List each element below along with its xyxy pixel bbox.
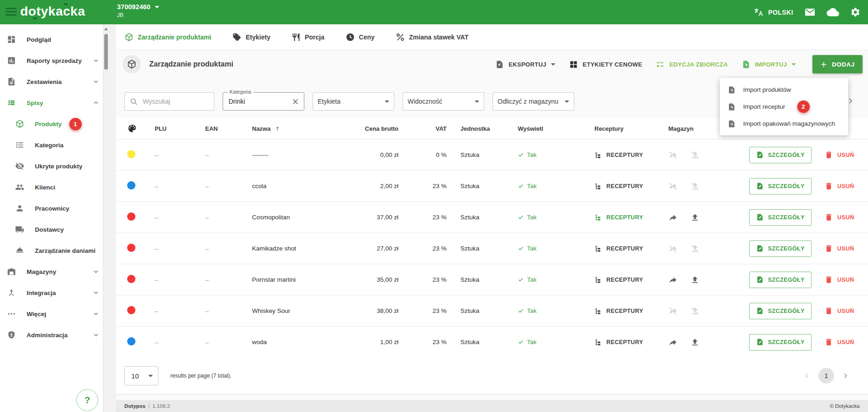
visibility-filter[interactable]: Widoczność [403, 92, 484, 111]
sidebar-item-pracownicy[interactable]: Pracownicy [0, 198, 109, 219]
tab-zmiana-stawek-vat[interactable]: Zmiana stawek VAT [396, 33, 468, 42]
sidebar-item-zarzadzanie-daniami[interactable]: Zarządzanie daniami [0, 240, 109, 261]
sidebar-item-wiecej[interactable]: Więcej [0, 303, 109, 324]
sidebar-item-kategoria[interactable]: Kategoria [0, 134, 109, 156]
delete-button[interactable]: USUŃ [824, 213, 854, 222]
tab-zarzadzanie-produktami[interactable]: Zarządzanie produktami [124, 33, 211, 42]
col-cena-brutto[interactable]: Cena brutto [364, 125, 401, 132]
details-button[interactable]: SZCZEGÓŁY [749, 209, 812, 226]
account-switcher[interactable]: 370092460 JB [117, 3, 159, 18]
gear-icon[interactable] [850, 7, 861, 17]
col-receptury[interactable]: Receptury [590, 125, 663, 132]
share-icon[interactable] [668, 338, 678, 347]
sidebar-item-klienci[interactable]: Klienci [0, 177, 109, 198]
delete-button[interactable]: USUŃ [824, 338, 854, 346]
share-icon[interactable] [668, 275, 678, 284]
scroll-up-arrow[interactable] [104, 28, 108, 30]
receptury-link[interactable]: RECEPTURY [590, 151, 663, 159]
help-button[interactable]: ? [76, 389, 98, 411]
col-wyswietl[interactable]: Wyświetl [514, 125, 590, 132]
sidebar-item-administracja[interactable]: Administracja [0, 324, 109, 345]
plu-value: – [148, 339, 199, 346]
clear-icon[interactable] [291, 98, 299, 106]
details-button[interactable]: SZCZEGÓŁY [749, 334, 812, 351]
upload-icon[interactable] [690, 338, 700, 347]
product-name[interactable]: Pornstar martini [245, 276, 364, 283]
gross-price-value: 2,00 zł [364, 183, 401, 189]
upload-icon[interactable] [690, 275, 700, 284]
product-name[interactable]: ccola [245, 183, 364, 189]
hamburger-menu-icon[interactable] [6, 8, 17, 17]
sidebar-item-podglad[interactable]: Podgląd [0, 29, 109, 50]
search-input[interactable] [142, 97, 208, 106]
next-page-icon[interactable] [841, 372, 850, 380]
cloud-icon[interactable] [827, 6, 839, 18]
category-filter-input[interactable] [228, 97, 280, 106]
page-number[interactable]: 1 [818, 368, 834, 384]
label-filter[interactable]: Etykieta [313, 92, 394, 111]
details-button[interactable]: SZCZEGÓŁY [749, 272, 812, 288]
product-name[interactable]: Whiskey Sour [245, 307, 364, 314]
receptury-link[interactable]: RECEPTURY [590, 307, 663, 315]
produkty-badge: 1 [69, 118, 82, 130]
details-button[interactable]: SZCZEGÓŁY [749, 178, 812, 195]
delete-button[interactable]: USUŃ [824, 182, 854, 190]
col-jednostka[interactable]: Jednostka [457, 125, 514, 132]
sidebar-item-raporty-sprzedazy[interactable]: Raporty sprzedaży [0, 50, 109, 71]
scrollbar-thumb[interactable] [104, 34, 108, 70]
receptury-link[interactable]: RECEPTURY [590, 183, 663, 190]
details-button[interactable]: SZCZEGÓŁY [749, 240, 812, 257]
tab-porcja[interactable]: Porcja [291, 33, 325, 42]
product-name[interactable]: woda [245, 339, 364, 345]
receptury-link[interactable]: RECEPTURY [590, 276, 663, 284]
col-nazwa[interactable]: Nazwa [245, 125, 364, 132]
receptury-link[interactable]: RECEPTURY [590, 339, 663, 346]
trash-icon [824, 182, 833, 190]
menu-item-import-receptur[interactable]: Import receptur 2 [720, 98, 848, 115]
mail-icon[interactable] [804, 6, 816, 18]
delete-button[interactable]: USUŃ [824, 306, 854, 315]
product-name[interactable]: Kamikadze shot [245, 245, 364, 252]
col-ean[interactable]: EAN [199, 125, 245, 132]
import-button[interactable]: IMPORTUJ [742, 60, 796, 69]
bulk-edit-button[interactable]: EDYCJA ZBIORCZA [656, 60, 728, 69]
add-button[interactable]: DODAJ [812, 55, 862, 73]
visible-cell: Tak [514, 183, 590, 189]
upload-icon [690, 150, 700, 160]
stock-filter[interactable]: Odliczyć z magazynu [493, 92, 574, 111]
product-name[interactable]: -------- [245, 151, 364, 158]
col-plu[interactable]: PLU [148, 125, 199, 132]
delete-button[interactable]: USUŃ [824, 275, 854, 284]
delete-button[interactable]: USUŃ [824, 244, 854, 253]
sidebar-item-integracja[interactable]: Integracja [0, 282, 109, 303]
sidebar-item-produkty[interactable]: Produkty 1 [0, 113, 109, 134]
receptury-link[interactable]: RECEPTURY [590, 214, 663, 221]
trash-icon [824, 150, 833, 159]
delete-button[interactable]: USUŃ [824, 150, 854, 159]
menu-item-import-opakowan[interactable]: Import opakowań magazynowych [720, 115, 848, 132]
product-cube-icon [15, 119, 25, 128]
menu-item-import-produktow[interactable]: Import produktów [720, 81, 848, 98]
details-button[interactable]: SZCZEGÓŁY [749, 303, 812, 319]
tab-ceny[interactable]: Ceny [346, 33, 375, 42]
receptury-link[interactable]: RECEPTURY [590, 245, 663, 252]
language-selector[interactable]: POLSKI [754, 7, 793, 17]
col-vat[interactable]: VAT [401, 125, 449, 132]
sidebar-item-magazyny[interactable]: Magazyny [0, 261, 109, 282]
share-icon[interactable] [668, 213, 678, 222]
tab-etykiety[interactable]: Etykiety [232, 33, 270, 42]
sidebar-scrollbar[interactable] [103, 24, 109, 412]
prev-page-icon[interactable] [803, 372, 811, 380]
sidebar-item-dostawcy[interactable]: Dostawcy [0, 219, 109, 240]
product-name[interactable]: Cosmopolitan [245, 214, 364, 221]
sidebar-item-spisy[interactable]: Spisy [0, 92, 109, 113]
stock-actions [663, 244, 746, 253]
price-labels-button[interactable]: ETYKIETY CENOWE [569, 60, 642, 69]
page-size-select[interactable]: 10 [124, 366, 158, 385]
details-button[interactable]: SZCZEGÓŁY [749, 147, 812, 163]
sidebar-item-zestawienia[interactable]: Zestawienia [0, 71, 109, 92]
export-button[interactable]: EKSPORTUJ [495, 60, 555, 69]
sort-asc-icon [274, 125, 281, 132]
sidebar-item-ukryte-produkty[interactable]: Ukryte produkty [0, 156, 109, 177]
upload-icon[interactable] [690, 213, 700, 222]
